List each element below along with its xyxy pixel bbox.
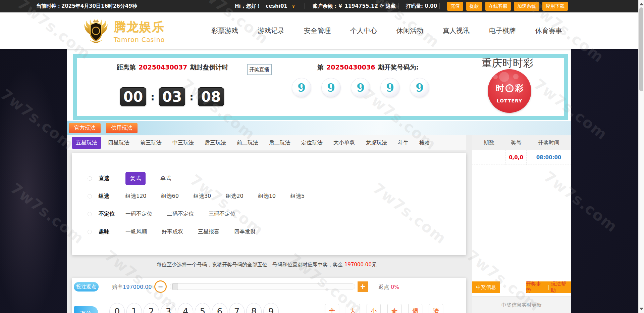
logo-bubble xyxy=(499,72,509,82)
bet-option[interactable]: 组选120 xyxy=(125,193,147,200)
digit-button[interactable]: 2 xyxy=(144,303,159,313)
bet-option[interactable]: 好事成双 xyxy=(162,228,183,235)
play-tab[interactable]: 大小单双 xyxy=(329,137,359,149)
bet-option[interactable]: 二码不定位 xyxy=(167,211,194,218)
timeline-dot-icon xyxy=(88,212,92,216)
rebate-value: 0% xyxy=(391,284,399,290)
digit-button[interactable]: 4 xyxy=(178,303,193,313)
position-tab[interactable]: 万位 xyxy=(74,306,98,313)
bet-option[interactable]: 一帆风顺 xyxy=(125,228,147,235)
lottery-ball: 9 xyxy=(410,78,429,97)
rebate-slider[interactable] xyxy=(170,283,355,289)
play-tab[interactable]: 后三玩法 xyxy=(201,137,230,149)
increase-rebate-button[interactable]: + xyxy=(358,281,368,292)
digit-button[interactable]: 0 xyxy=(109,303,125,313)
topbar-button[interactable]: 加速系统 xyxy=(514,2,539,11)
play-tab[interactable]: 前三玩法 xyxy=(136,137,166,149)
bet-option[interactable]: 一码不定位 xyxy=(125,211,152,218)
timer-seconds: 08 xyxy=(198,87,224,106)
chevron-down-icon[interactable]: ∨ xyxy=(292,4,295,9)
draw-panel: 距离第20250430037期封盘倒计时 开奖直播 第20250430036期开… xyxy=(67,49,571,121)
nav-item[interactable]: 彩票游戏 xyxy=(211,26,238,35)
decrease-rebate-button[interactable]: − xyxy=(154,280,167,293)
nav-item[interactable]: 体育赛事 xyxy=(535,26,562,35)
digit-button[interactable]: 5 xyxy=(195,303,210,313)
bet-option[interactable]: 单式 xyxy=(160,175,171,182)
nav-item[interactable]: 电子棋牌 xyxy=(489,26,516,35)
bet-group-row: 不定位一码不定位二码不定位三码不定位 xyxy=(85,207,235,221)
win-info-button[interactable]: 中奖信息 xyxy=(472,281,500,293)
bet-option[interactable]: 组选5 xyxy=(290,193,305,200)
play-tab[interactable]: 梭哈 xyxy=(415,137,434,149)
scroll-thumb[interactable] xyxy=(639,7,643,91)
digit-button[interactable]: 1 xyxy=(126,303,142,313)
help-link[interactable]: 玩法帮助 xyxy=(551,281,571,294)
casino-logo[interactable]: 腾龙娱乐 Tamron Casino xyxy=(82,16,165,45)
results-header: 期数 奖号 开奖时间 xyxy=(472,135,571,150)
rebate-tab[interactable]: 投注返点 xyxy=(74,282,99,292)
play-tab[interactable]: 四星玩法 xyxy=(104,137,133,149)
lottery-ball: 9 xyxy=(380,78,400,97)
quick-pick-button[interactable]: 偶 xyxy=(408,304,422,313)
nav-item[interactable]: 真人视讯 xyxy=(443,26,470,35)
nav-item[interactable]: 游戏记录 xyxy=(258,26,284,35)
logo-text: 时 彩 xyxy=(488,83,531,94)
timeline-dot-icon xyxy=(88,194,92,198)
play-tab[interactable]: 后二玩法 xyxy=(265,137,294,149)
lottery-ball: 9 xyxy=(292,78,311,97)
countdown-text: 距离第20250430037期封盘倒计时 xyxy=(117,63,228,72)
bet-group-label: 直选 xyxy=(99,175,125,182)
slider-handle[interactable] xyxy=(172,283,178,290)
topbar-button[interactable]: 在线客服 xyxy=(485,2,511,11)
digit-button[interactable]: 3 xyxy=(161,303,176,313)
nav-item[interactable]: 安全管理 xyxy=(304,26,331,35)
play-tab[interactable]: 斗牛 xyxy=(394,137,413,149)
play-tab[interactable]: 龙虎玩法 xyxy=(362,137,391,149)
results-issue-cell xyxy=(472,150,506,165)
logo-subtitle: Tamron Casino xyxy=(114,36,165,43)
scrollbar[interactable] xyxy=(638,0,644,313)
digit-button[interactable]: 6 xyxy=(212,303,227,313)
bet-option[interactable]: 三星报喜 xyxy=(198,228,219,235)
play-tab[interactable]: 五星玩法 xyxy=(72,137,101,149)
bet-option[interactable]: 组选60 xyxy=(161,193,179,200)
play-tab[interactable]: 中三玩法 xyxy=(168,137,198,149)
refresh-icon[interactable]: ⟳ xyxy=(380,3,384,9)
nav-item[interactable]: 个人中心 xyxy=(350,26,377,35)
quick-pick-button[interactable]: 小 xyxy=(367,304,381,313)
live-stream-button[interactable]: 开奖直播 xyxy=(247,64,272,75)
user-menu[interactable]: Hi , 您好！ ceshi01 ∨ xyxy=(235,3,295,9)
quick-pick-button[interactable]: 全 xyxy=(325,304,339,313)
mode-button[interactable]: 官方玩法 xyxy=(69,123,101,133)
topbar-button[interactable]: 应用下载 xyxy=(542,2,568,11)
results-header-cell: 奖号 xyxy=(506,139,527,146)
quick-pick-button[interactable]: 大 xyxy=(346,304,360,313)
scroll-down-button[interactable] xyxy=(640,308,643,311)
bet-option[interactable]: 组选20 xyxy=(226,193,243,200)
results-panel: 期数 奖号 开奖时间 0,0,008:00:00 中奖信息 开奖走势 | 玩法帮… xyxy=(472,135,571,313)
scroll-up-button[interactable] xyxy=(640,2,643,5)
hide-balance-link[interactable]: 隐藏 xyxy=(385,3,395,9)
greeting-text: Hi , 您好！ xyxy=(235,3,261,9)
quick-pick-button[interactable]: 奇 xyxy=(387,304,401,313)
mode-button[interactable]: 信用玩法 xyxy=(106,123,138,133)
quick-pick-button[interactable]: 清 xyxy=(429,304,443,313)
results-time-cell: 08:00:00 xyxy=(527,150,571,165)
bet-option[interactable]: 四季发财 xyxy=(234,228,256,235)
draw-panel-frame: 距离第20250430037期封盘倒计时 开奖直播 第20250430036期开… xyxy=(73,54,568,120)
play-tab[interactable]: 前二玩法 xyxy=(233,137,262,149)
bet-option[interactable]: 复式 xyxy=(125,172,146,185)
digit-button[interactable]: 9 xyxy=(263,303,279,313)
trend-link[interactable]: 开奖走势 xyxy=(526,281,546,294)
digit-button[interactable]: 7 xyxy=(229,303,245,313)
nav-item[interactable]: 休闲活动 xyxy=(396,26,423,35)
topbar-button[interactable]: 充值 xyxy=(447,2,463,11)
bet-option[interactable]: 三码不定位 xyxy=(209,211,235,218)
bet-option[interactable]: 组选10 xyxy=(258,193,276,200)
play-tab[interactable]: 定位玩法 xyxy=(297,137,327,149)
digit-button[interactable]: 8 xyxy=(246,303,262,313)
bet-group-options: 复式单式 xyxy=(125,172,171,185)
bet-option[interactable]: 组选30 xyxy=(194,193,211,200)
logo-bubble xyxy=(493,75,498,79)
topbar-button[interactable]: 提款 xyxy=(466,2,482,11)
